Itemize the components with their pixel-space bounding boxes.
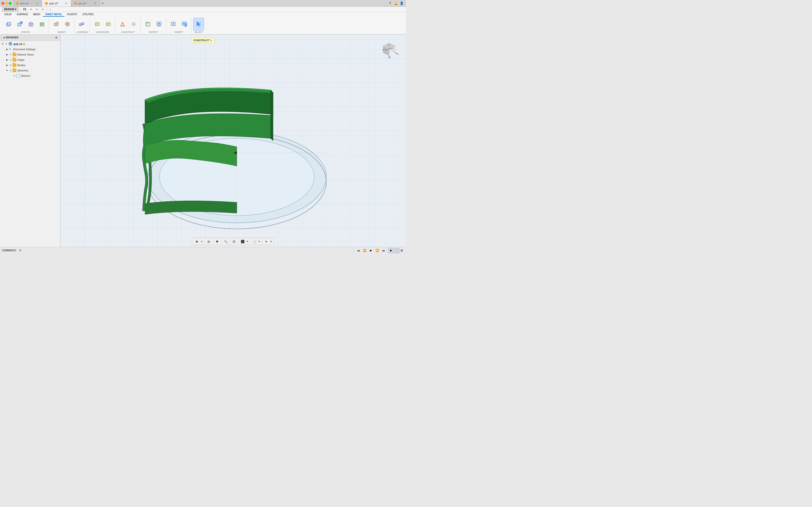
svg-rect-26 bbox=[146, 22, 150, 26]
pan-btn[interactable]: ✥ bbox=[215, 239, 220, 244]
tab-pin-v1-icon bbox=[74, 2, 77, 5]
construct-icon-1 bbox=[119, 21, 126, 27]
tree-expand-origin[interactable]: ▶ bbox=[5, 58, 9, 62]
inspect-tool-2[interactable] bbox=[154, 18, 164, 31]
tab-sheet-metal[interactable]: SHEET METAL bbox=[43, 12, 64, 17]
view-cube-btn[interactable]: ⬛ bbox=[240, 239, 245, 244]
save-btn[interactable]: 💾 bbox=[22, 8, 28, 11]
tree-item-named-views[interactable]: ▶ 👁 Named Views bbox=[0, 52, 60, 57]
tree-expand-grip-v2[interactable]: ▼ bbox=[1, 42, 4, 46]
tab-plastic[interactable]: PLASTIC bbox=[65, 12, 80, 17]
timeline-prev-btn[interactable]: ⏪ bbox=[362, 248, 367, 253]
help-icon[interactable]: ? bbox=[388, 1, 393, 6]
tab-arm-v4[interactable]: arm v4 ✕ bbox=[13, 0, 42, 6]
tree-item-sketch1[interactable]: 👁 S Sketch1 bbox=[0, 73, 60, 78]
display-mode-btn[interactable]: ⬜ bbox=[252, 239, 257, 244]
tree-eye-origin[interactable]: 👁 bbox=[9, 58, 12, 62]
maximize-window-btn[interactable] bbox=[9, 2, 12, 5]
view-cube-dropdown-btn[interactable]: ▼ bbox=[246, 239, 249, 244]
timeline-start-btn[interactable]: ⏮ bbox=[356, 248, 361, 253]
sketches-folder-icon bbox=[12, 69, 16, 72]
new-tab-btn[interactable]: + bbox=[100, 0, 106, 6]
notification-icon[interactable]: 🔔 bbox=[394, 1, 398, 6]
configure-tool-2[interactable] bbox=[103, 18, 114, 31]
create-tool-4[interactable] bbox=[37, 18, 47, 31]
svg-point-30 bbox=[158, 23, 160, 24]
tree-eye-bodies[interactable]: 👁 bbox=[9, 63, 12, 67]
tab-solid[interactable]: SOLID bbox=[2, 12, 14, 17]
account-icon[interactable]: 👤 bbox=[399, 1, 404, 6]
tab-grip-v2[interactable]: grip v2* ✕ bbox=[42, 0, 71, 6]
tree-expand-doc-settings[interactable]: ▶ bbox=[5, 48, 9, 51]
bottom-sep-4 bbox=[230, 239, 230, 243]
look-at-btn[interactable]: ◎ bbox=[206, 239, 211, 244]
create-tool-1[interactable] bbox=[3, 18, 14, 31]
tree-item-bodies[interactable]: ▶ 👁 Bodies bbox=[0, 62, 60, 68]
tool-group-create: + CREATE bbox=[2, 18, 49, 33]
tree-lock-grip-v2: 🔒 bbox=[23, 43, 26, 45]
browser-collapse-btn[interactable]: ◂ bbox=[2, 36, 6, 40]
design-mode-btn[interactable]: DESIGN ▾ bbox=[2, 7, 18, 12]
home-btn[interactable]: ⌂ bbox=[48, 8, 52, 11]
modify-tool-2[interactable] bbox=[62, 18, 73, 31]
construct-tool-1[interactable] bbox=[117, 18, 128, 31]
tree-expand-named-views[interactable]: ▶ bbox=[5, 53, 9, 56]
tree-expand-bodies[interactable]: ▶ bbox=[5, 63, 9, 67]
display-dropdown-btn[interactable]: ▼ bbox=[258, 239, 260, 244]
tab-utilities[interactable]: UTILITIES bbox=[80, 12, 96, 17]
tree-item-sketches[interactable]: ▼ 👁 Sketches bbox=[0, 68, 60, 73]
tree-label-named-views: Named Views bbox=[17, 53, 34, 56]
tab-surface[interactable]: SURFACE bbox=[14, 12, 31, 17]
more-dropdown-btn[interactable]: ▼ bbox=[270, 239, 272, 244]
viewport[interactable]: CONSTRUCT > RIGHT TOP FRONT Z bbox=[60, 35, 406, 247]
insert-tool-1[interactable] bbox=[168, 18, 179, 31]
tree-item-grip-v2[interactable]: ▼ 👁 grip v2 🔒 bbox=[0, 41, 60, 47]
tree-eye-grip-v2[interactable]: 👁 bbox=[4, 42, 8, 46]
browser-settings-btn[interactable]: ✕ bbox=[54, 36, 58, 40]
tree-label-grip-v2: grip v2 bbox=[13, 43, 22, 45]
tab-pin-v1-close[interactable]: ✕ bbox=[94, 2, 97, 5]
tab-pin-v1[interactable]: pin v1* ✕ bbox=[71, 0, 100, 6]
tab-grip-v2-close[interactable]: ✕ bbox=[64, 2, 68, 5]
create-tool-2[interactable]: + bbox=[14, 18, 25, 31]
timeline-record-btn[interactable]: ⏺ bbox=[388, 248, 394, 253]
configure-tool-1[interactable] bbox=[92, 18, 102, 31]
zoom-btn[interactable]: 🔍 bbox=[223, 239, 229, 244]
tree-eye-named-views[interactable]: 👁 bbox=[9, 53, 12, 56]
redo-btn[interactable]: ↪ bbox=[34, 8, 39, 11]
tree-item-doc-settings[interactable]: ▶ ⚙ Document Settings bbox=[0, 47, 60, 52]
cube-navigator[interactable]: RIGHT TOP FRONT Z X bbox=[379, 39, 399, 59]
create-tool-3[interactable] bbox=[26, 18, 36, 31]
undo-btn[interactable]: ↩ bbox=[29, 8, 33, 11]
insert-tool-2[interactable]: IMG+ bbox=[179, 18, 190, 31]
inspect-tool-1[interactable] bbox=[143, 18, 153, 31]
fit-btn[interactable]: ⊡ bbox=[232, 239, 237, 244]
select-icon-1 bbox=[195, 21, 202, 27]
tree-expand-sketches[interactable]: ▼ bbox=[5, 69, 9, 72]
orbit-btn[interactable]: ⊕ bbox=[194, 239, 200, 244]
configure-tools-row bbox=[92, 18, 114, 31]
orbit-dropdown-btn[interactable]: ▼ bbox=[201, 239, 203, 244]
tree-eye-sketches[interactable]: 👁 bbox=[9, 68, 12, 72]
tab-mesh[interactable]: MESH bbox=[31, 12, 43, 17]
construct-tool-2[interactable] bbox=[128, 18, 139, 31]
timeline-history-btn[interactable]: 📋 bbox=[394, 248, 400, 253]
select-tool-1[interactable] bbox=[193, 18, 204, 31]
tree-eye-sketch1[interactable]: 👁 bbox=[12, 74, 16, 78]
timeline-end-btn[interactable]: ⏭ bbox=[381, 248, 386, 253]
tab-arm-v4-close[interactable]: ✕ bbox=[36, 2, 39, 5]
timeline-next-btn[interactable]: ⏩ bbox=[374, 248, 380, 253]
assemble-tool-1[interactable] bbox=[77, 18, 87, 31]
modify-tool-1[interactable] bbox=[51, 18, 62, 31]
svg-rect-5 bbox=[40, 23, 44, 26]
settings-btn[interactable]: ⚙ bbox=[400, 249, 404, 252]
tree-item-origin[interactable]: ▶ 👁 Origin bbox=[0, 57, 60, 62]
comments-close-btn[interactable]: ✕ bbox=[18, 249, 22, 252]
close-window-btn[interactable] bbox=[1, 2, 4, 5]
redo-alt-btn[interactable]: ↪ bbox=[40, 8, 45, 11]
svg-rect-9 bbox=[54, 23, 57, 25]
more-btn[interactable]: ≡ bbox=[264, 239, 269, 244]
timeline-play-btn[interactable]: ▶ bbox=[368, 248, 373, 253]
minimize-window-btn[interactable] bbox=[5, 2, 8, 5]
bodies-folder-icon bbox=[12, 63, 16, 67]
